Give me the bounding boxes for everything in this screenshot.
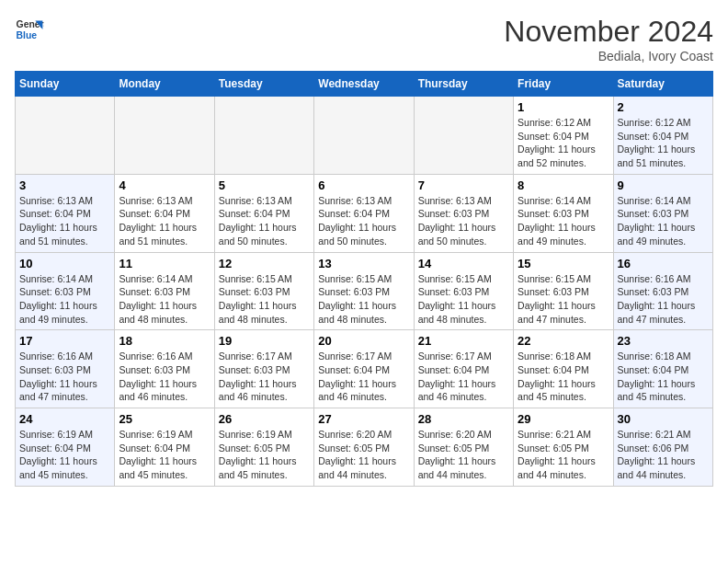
day-info: Sunrise: 6:21 AMSunset: 6:06 PMDaylight:… (618, 428, 709, 482)
day-number: 3 (19, 178, 110, 192)
day-info: Sunrise: 6:14 AMSunset: 6:03 PMDaylight:… (518, 194, 609, 248)
day-info: Sunrise: 6:16 AMSunset: 6:03 PMDaylight:… (618, 272, 709, 327)
calendar-cell: 2Sunrise: 6:12 AMSunset: 6:04 PMDaylight… (613, 97, 712, 175)
logo: General Blue (15, 15, 44, 44)
weekday-header-saturday: Saturday (613, 72, 712, 97)
day-info: Sunrise: 6:17 AMSunset: 6:03 PMDaylight:… (219, 350, 310, 404)
calendar-week-4: 17Sunrise: 6:16 AMSunset: 6:03 PMDayligh… (16, 330, 713, 408)
day-number: 12 (219, 257, 310, 270)
logo-icon: General Blue (15, 15, 44, 44)
weekday-header-thursday: Thursday (414, 72, 513, 97)
calendar-cell: 30Sunrise: 6:21 AMSunset: 6:06 PMDayligh… (613, 408, 712, 487)
day-info: Sunrise: 6:16 AMSunset: 6:03 PMDaylight:… (19, 350, 110, 404)
calendar-cell: 18Sunrise: 6:16 AMSunset: 6:03 PMDayligh… (115, 330, 214, 408)
day-info: Sunrise: 6:15 AMSunset: 6:03 PMDaylight:… (418, 272, 509, 327)
calendar-cell (16, 97, 115, 175)
calendar-week-1: 1Sunrise: 6:12 AMSunset: 6:04 PMDaylight… (16, 97, 713, 175)
location-subtitle: Bediala, Ivory Coast (504, 49, 713, 63)
calendar-week-5: 24Sunrise: 6:19 AMSunset: 6:04 PMDayligh… (16, 408, 713, 487)
calendar-cell: 15Sunrise: 6:15 AMSunset: 6:03 PMDayligh… (514, 252, 613, 330)
calendar-cell: 16Sunrise: 6:16 AMSunset: 6:03 PMDayligh… (613, 252, 712, 330)
day-info: Sunrise: 6:19 AMSunset: 6:04 PMDaylight:… (119, 428, 210, 482)
day-info: Sunrise: 6:12 AMSunset: 6:04 PMDaylight:… (518, 116, 609, 170)
calendar-cell: 5Sunrise: 6:13 AMSunset: 6:04 PMDaylight… (214, 174, 313, 252)
day-number: 14 (418, 257, 509, 270)
calendar-cell: 19Sunrise: 6:17 AMSunset: 6:03 PMDayligh… (214, 330, 313, 408)
day-number: 5 (219, 178, 310, 192)
calendar-cell: 20Sunrise: 6:17 AMSunset: 6:04 PMDayligh… (314, 330, 414, 408)
day-number: 6 (318, 178, 409, 192)
day-number: 7 (418, 178, 509, 192)
day-number: 29 (518, 412, 609, 426)
day-number: 4 (119, 178, 210, 192)
day-info: Sunrise: 6:15 AMSunset: 6:03 PMDaylight:… (518, 272, 609, 327)
day-info: Sunrise: 6:13 AMSunset: 6:04 PMDaylight:… (318, 194, 409, 248)
day-info: Sunrise: 6:20 AMSunset: 6:05 PMDaylight:… (418, 428, 509, 482)
calendar-cell: 6Sunrise: 6:13 AMSunset: 6:04 PMDaylight… (314, 174, 414, 252)
calendar-cell: 22Sunrise: 6:18 AMSunset: 6:04 PMDayligh… (514, 330, 613, 408)
day-number: 8 (518, 178, 609, 192)
calendar-cell: 14Sunrise: 6:15 AMSunset: 6:03 PMDayligh… (414, 252, 513, 330)
day-number: 10 (19, 257, 110, 270)
calendar-cell: 21Sunrise: 6:17 AMSunset: 6:04 PMDayligh… (414, 330, 513, 408)
day-number: 1 (518, 100, 609, 114)
calendar-week-3: 10Sunrise: 6:14 AMSunset: 6:03 PMDayligh… (16, 252, 713, 330)
day-info: Sunrise: 6:21 AMSunset: 6:05 PMDaylight:… (518, 428, 609, 482)
calendar-cell: 10Sunrise: 6:14 AMSunset: 6:03 PMDayligh… (16, 252, 115, 330)
calendar-cell: 28Sunrise: 6:20 AMSunset: 6:05 PMDayligh… (414, 408, 513, 487)
calendar-table: SundayMondayTuesdayWednesdayThursdayFrid… (15, 71, 713, 487)
day-info: Sunrise: 6:17 AMSunset: 6:04 PMDaylight:… (418, 350, 509, 404)
calendar-cell: 27Sunrise: 6:20 AMSunset: 6:05 PMDayligh… (314, 408, 414, 487)
month-title: November 2024 (504, 15, 713, 49)
day-number: 9 (618, 178, 709, 192)
page-header: General Blue November 2024 Bediala, Ivor… (15, 15, 713, 63)
calendar-cell (214, 97, 313, 175)
weekday-header-monday: Monday (115, 72, 214, 97)
day-number: 11 (119, 257, 210, 270)
calendar-cell: 13Sunrise: 6:15 AMSunset: 6:03 PMDayligh… (314, 252, 414, 330)
calendar-cell (414, 97, 513, 175)
day-number: 27 (318, 412, 409, 426)
day-info: Sunrise: 6:20 AMSunset: 6:05 PMDaylight:… (318, 428, 409, 482)
day-info: Sunrise: 6:14 AMSunset: 6:03 PMDaylight:… (19, 272, 110, 327)
svg-text:Blue: Blue (17, 30, 38, 40)
day-info: Sunrise: 6:13 AMSunset: 6:04 PMDaylight:… (119, 194, 210, 248)
day-number: 15 (518, 257, 609, 270)
day-number: 17 (19, 334, 110, 348)
calendar-cell (314, 97, 414, 175)
calendar-cell: 1Sunrise: 6:12 AMSunset: 6:04 PMDaylight… (514, 97, 613, 175)
calendar-cell: 4Sunrise: 6:13 AMSunset: 6:04 PMDaylight… (115, 174, 214, 252)
day-number: 16 (618, 257, 709, 270)
day-number: 26 (219, 412, 310, 426)
day-info: Sunrise: 6:15 AMSunset: 6:03 PMDaylight:… (219, 272, 310, 327)
day-number: 20 (318, 334, 409, 348)
calendar-week-2: 3Sunrise: 6:13 AMSunset: 6:04 PMDaylight… (16, 174, 713, 252)
calendar-cell: 11Sunrise: 6:14 AMSunset: 6:03 PMDayligh… (115, 252, 214, 330)
calendar-cell: 9Sunrise: 6:14 AMSunset: 6:03 PMDaylight… (613, 174, 712, 252)
calendar-cell: 3Sunrise: 6:13 AMSunset: 6:04 PMDaylight… (16, 174, 115, 252)
day-info: Sunrise: 6:13 AMSunset: 6:04 PMDaylight:… (219, 194, 310, 248)
day-number: 30 (618, 412, 709, 426)
calendar-cell (115, 97, 214, 175)
weekday-header-friday: Friday (514, 72, 613, 97)
calendar-cell: 26Sunrise: 6:19 AMSunset: 6:05 PMDayligh… (214, 408, 313, 487)
day-info: Sunrise: 6:17 AMSunset: 6:04 PMDaylight:… (318, 350, 409, 404)
calendar-cell: 23Sunrise: 6:18 AMSunset: 6:04 PMDayligh… (613, 330, 712, 408)
calendar-cell: 17Sunrise: 6:16 AMSunset: 6:03 PMDayligh… (16, 330, 115, 408)
day-info: Sunrise: 6:14 AMSunset: 6:03 PMDaylight:… (119, 272, 210, 327)
calendar-cell: 8Sunrise: 6:14 AMSunset: 6:03 PMDaylight… (514, 174, 613, 252)
day-number: 19 (219, 334, 310, 348)
day-number: 13 (318, 257, 409, 270)
day-info: Sunrise: 6:16 AMSunset: 6:03 PMDaylight:… (119, 350, 210, 404)
day-number: 24 (19, 412, 110, 426)
day-number: 28 (418, 412, 509, 426)
day-number: 25 (119, 412, 210, 426)
day-info: Sunrise: 6:18 AMSunset: 6:04 PMDaylight:… (518, 350, 609, 404)
weekday-header-tuesday: Tuesday (214, 72, 313, 97)
day-number: 22 (518, 334, 609, 348)
calendar-cell: 29Sunrise: 6:21 AMSunset: 6:05 PMDayligh… (514, 408, 613, 487)
calendar-cell: 12Sunrise: 6:15 AMSunset: 6:03 PMDayligh… (214, 252, 313, 330)
calendar-cell: 24Sunrise: 6:19 AMSunset: 6:04 PMDayligh… (16, 408, 115, 487)
weekday-header-sunday: Sunday (16, 72, 115, 97)
day-info: Sunrise: 6:14 AMSunset: 6:03 PMDaylight:… (618, 194, 709, 248)
